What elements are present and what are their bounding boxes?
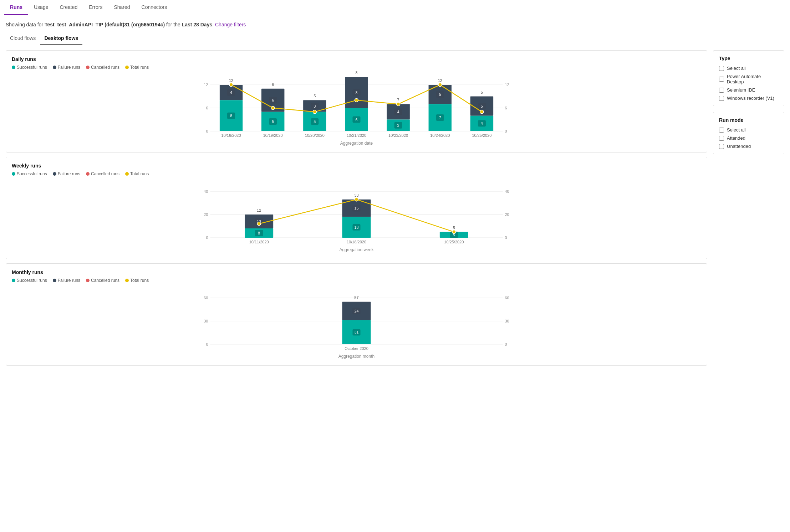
change-filters-link[interactable]: Change filters (215, 22, 246, 27)
wlegend-cancelled: Cancelled runs (86, 171, 119, 176)
sidebar-column: Type Select allPower Automate DesktopSel… (713, 50, 784, 366)
info-suffix: . (212, 22, 215, 27)
legend-total-dot (125, 66, 129, 69)
legend-successful-label: Successful runs (17, 65, 47, 70)
svg-text:6: 6 (272, 82, 274, 87)
nav-tab-usage[interactable]: Usage (28, 0, 54, 15)
svg-text:12: 12 (438, 78, 442, 83)
info-org: Test_test_AdminAPI_TIP (default)31 (org5… (45, 22, 165, 27)
svg-text:10/16/2020: 10/16/2020 (221, 133, 241, 138)
legend-successful: Successful runs (12, 65, 47, 70)
svg-point-104 (355, 198, 358, 201)
nav-tab-runs[interactable]: Runs (4, 0, 28, 15)
mlegend-successful: Successful runs (12, 278, 47, 283)
wlegend-failure: Failure runs (53, 171, 80, 176)
svg-text:0: 0 (505, 236, 507, 240)
svg-point-70 (438, 83, 442, 87)
svg-text:0: 0 (206, 129, 208, 133)
svg-text:10/21/2020: 10/21/2020 (347, 133, 366, 138)
svg-text:8: 8 (258, 231, 260, 235)
monthly-runs-legend: Successful runs Failure runs Cancelled r… (12, 278, 701, 283)
type-option-0[interactable]: Select all (719, 66, 778, 71)
flow-tab-desktop-flows[interactable]: Desktop flows (40, 32, 82, 45)
svg-text:6: 6 (206, 106, 208, 110)
svg-text:5: 5 (481, 104, 483, 108)
type-panel: Type Select allPower Automate DesktopSel… (713, 50, 784, 106)
mlegend-failure: Failure runs (53, 278, 80, 283)
weekly-runs-chart: 00202040401281210/11/202015183310/18/202… (12, 181, 701, 252)
monthly-runs-chart: 0030306060243157October 2020Aggregation … (12, 287, 701, 358)
svg-point-105 (452, 230, 456, 234)
svg-text:10/18/2020: 10/18/2020 (347, 240, 366, 244)
svg-text:10/20/2020: 10/20/2020 (305, 133, 325, 138)
type-option-2[interactable]: Selenium IDE (719, 87, 778, 93)
svg-text:20: 20 (204, 212, 208, 217)
svg-text:60: 60 (505, 296, 509, 300)
legend-failure-label: Failure runs (58, 65, 80, 70)
svg-text:8: 8 (355, 71, 357, 75)
svg-text:7: 7 (439, 115, 441, 120)
svg-text:10/25/2020: 10/25/2020 (472, 133, 491, 138)
svg-text:Aggregation month: Aggregation month (338, 354, 374, 359)
svg-text:5: 5 (481, 90, 483, 94)
svg-text:0: 0 (505, 342, 507, 346)
svg-text:5: 5 (272, 119, 274, 124)
mlegend-cancelled: Cancelled runs (86, 278, 119, 283)
legend-successful-dot (12, 66, 15, 69)
svg-text:0: 0 (505, 129, 507, 133)
nav-tab-shared[interactable]: Shared (108, 0, 136, 15)
type-option-1[interactable]: Power Automate Desktop (719, 74, 778, 84)
wlegend-successful: Successful runs (12, 171, 47, 176)
runmode-option-2[interactable]: Unattended (719, 144, 778, 149)
mlegend-total: Total runs (125, 278, 149, 283)
legend-cancelled-label: Cancelled runs (91, 65, 119, 70)
run-mode-panel-title: Run mode (719, 117, 778, 123)
runmode-option-0[interactable]: Select all (719, 127, 778, 133)
svg-text:60: 60 (204, 296, 208, 300)
svg-text:Aggregation week: Aggregation week (339, 247, 374, 252)
legend-cancelled-dot (86, 66, 90, 69)
svg-text:8: 8 (355, 91, 357, 95)
nav-tab-created[interactable]: Created (54, 0, 83, 15)
svg-text:5: 5 (439, 92, 441, 97)
daily-runs-card: Daily runs Successful runs Failure runs … (6, 50, 707, 153)
svg-text:6: 6 (355, 118, 357, 122)
svg-text:3: 3 (314, 104, 316, 108)
svg-text:5: 5 (314, 119, 316, 124)
info-period: Last 28 Days (182, 22, 213, 27)
main-layout: Daily runs Successful runs Failure runs … (0, 50, 790, 366)
info-middle: for the (165, 22, 182, 27)
svg-text:10/24/2020: 10/24/2020 (430, 133, 450, 138)
svg-text:Aggregation date: Aggregation date (340, 141, 373, 146)
svg-text:5: 5 (314, 94, 316, 98)
charts-column: Daily runs Successful runs Failure runs … (6, 50, 707, 366)
runmode-checkbox-group: Select allAttendedUnattended (719, 127, 778, 149)
svg-text:6: 6 (272, 98, 274, 102)
runmode-option-1[interactable]: Attended (719, 135, 778, 141)
nav-tab-errors[interactable]: Errors (83, 0, 108, 15)
svg-text:4: 4 (481, 121, 483, 125)
type-option-3[interactable]: Windows recorder (V1) (719, 95, 778, 101)
legend-failure-dot (53, 66, 56, 69)
svg-text:33: 33 (354, 193, 358, 197)
svg-text:30: 30 (204, 319, 208, 323)
weekly-runs-card: Weekly runs Successful runs Failure runs… (6, 157, 707, 259)
flow-tab-cloud-flows[interactable]: Cloud flows (6, 32, 40, 45)
legend-cancelled: Cancelled runs (86, 65, 119, 70)
nav-tab-connectors[interactable]: Connectors (136, 0, 173, 15)
svg-text:57: 57 (354, 295, 358, 300)
svg-text:4: 4 (397, 110, 399, 114)
weekly-runs-legend: Successful runs Failure runs Cancelled r… (12, 171, 701, 176)
svg-text:6: 6 (505, 106, 507, 110)
nav-tabs: RunsUsageCreatedErrorsSharedConnectors (0, 0, 790, 15)
svg-text:10/23/2020: 10/23/2020 (388, 133, 408, 138)
weekly-runs-title: Weekly runs (12, 163, 701, 169)
svg-text:31: 31 (354, 330, 358, 334)
svg-text:12: 12 (505, 83, 509, 87)
svg-point-69 (397, 102, 400, 106)
flow-tabs: Cloud flowsDesktop flows (0, 32, 790, 50)
legend-total-label: Total runs (130, 65, 149, 70)
svg-text:October 2020: October 2020 (345, 346, 368, 351)
svg-text:40: 40 (204, 189, 208, 193)
info-prefix: Showing data for (6, 22, 45, 27)
